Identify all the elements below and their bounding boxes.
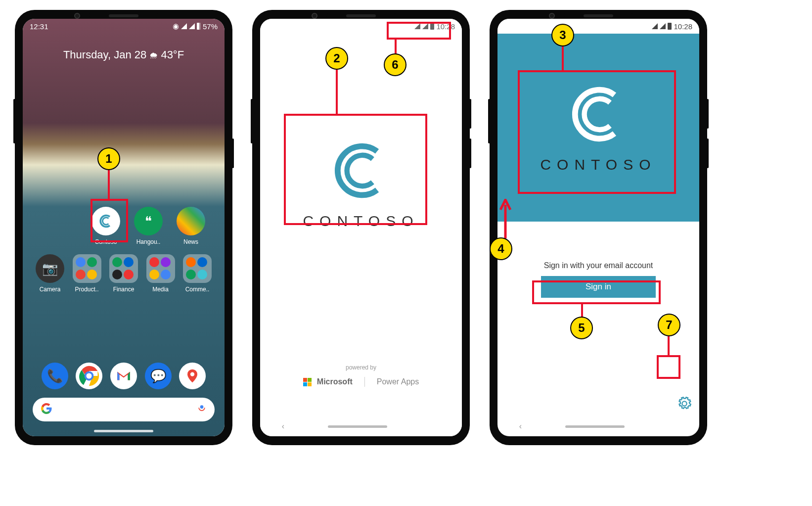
callout-badge-7: 7 [658, 314, 680, 336]
callout-box-2 [284, 114, 427, 225]
app-hangouts[interactable]: ❝ Hangou.. [131, 207, 166, 245]
camera-icon: 📷 [36, 254, 64, 283]
gmail-icon[interactable] [110, 363, 137, 389]
callout-badge-2: 2 [325, 47, 348, 70]
battery-icon [668, 23, 672, 30]
maps-icon[interactable] [179, 363, 206, 389]
app-label: Camera [40, 286, 61, 293]
callout-line [668, 336, 670, 355]
folder-icon [73, 254, 101, 283]
phone-app-icon[interactable]: 📞 [42, 363, 68, 389]
app-camera[interactable]: 📷 Camera [33, 254, 67, 293]
callout-line [395, 40, 397, 54]
callout-line [562, 46, 564, 71]
status-time: 10:28 [674, 22, 692, 31]
status-bar: 12:31 ◉ 57% [23, 19, 225, 34]
nav-handle[interactable] [565, 425, 625, 428]
app-label: News [183, 238, 198, 245]
callout-badge-1: 1 [97, 147, 120, 170]
home-date-widget[interactable]: Thursday, Jan 28 🌧 43°F [23, 48, 225, 61]
back-icon[interactable]: ‹ [282, 422, 284, 431]
microsoft-label: Microsoft [317, 377, 353, 386]
hangouts-icon: ❝ [134, 207, 163, 235]
search-bar[interactable] [33, 398, 215, 421]
signin-prompt: Sign in with your email account [544, 261, 653, 270]
callout-box-3 [518, 70, 676, 194]
nav-handle[interactable] [328, 425, 387, 428]
callout-badge-5: 5 [570, 317, 593, 339]
battery-icon [197, 23, 201, 30]
app-label: Hangou.. [136, 238, 161, 245]
callout-line [108, 170, 110, 199]
callout-arrow-4 [498, 199, 513, 238]
folder-media[interactable]: Media [143, 254, 178, 293]
callout-box-6 [387, 22, 451, 40]
android-nav-bar: ‹ [260, 416, 462, 436]
wifi-icon [652, 23, 658, 29]
app-label: Finance [113, 286, 135, 293]
callout-badge-6: 6 [384, 53, 406, 76]
signal-icon [189, 23, 195, 29]
status-bar: 10:28 [497, 19, 699, 34]
settings-gear-icon[interactable] [677, 397, 691, 411]
mic-icon[interactable] [197, 404, 207, 415]
battery-pct: 57% [203, 22, 218, 31]
weather-icon: 🌧 [149, 50, 161, 60]
app-news[interactable]: News [174, 207, 208, 245]
app-label: Product.. [75, 286, 98, 293]
callout-line [336, 70, 338, 114]
microsoft-logo-icon [303, 377, 312, 386]
messages-icon[interactable]: 💬 [145, 363, 172, 389]
folder-commerce[interactable]: Comme.. [180, 254, 215, 293]
callout-badge-4: 4 [490, 237, 512, 260]
callout-box-7 [657, 355, 680, 379]
svg-point-5 [190, 372, 194, 376]
status-time: 12:31 [30, 22, 48, 31]
powerapps-label: Power Apps [377, 377, 419, 386]
folder-icon [146, 254, 175, 283]
google-g-icon [41, 403, 52, 416]
app-label: Media [152, 286, 169, 293]
folder-icon [109, 254, 138, 283]
divider [364, 377, 365, 387]
vibrate-icon: ◉ [173, 22, 179, 31]
powered-by-label: powered by [260, 364, 462, 371]
folder-icon [183, 254, 212, 283]
callout-box-1 [90, 199, 128, 242]
nav-handle[interactable] [94, 430, 153, 432]
back-icon[interactable]: ‹ [519, 422, 522, 431]
powered-by-footer: powered by Microsoft Power Apps [260, 364, 462, 416]
folder-finance[interactable]: Finance [106, 254, 141, 293]
phone-splash-screen: 10:28 CONTOSO powered by Microsoft Power… [252, 10, 470, 445]
news-icon [177, 207, 205, 235]
chrome-icon[interactable] [76, 363, 102, 389]
folder-productivity[interactable]: Product.. [70, 254, 104, 293]
dock: 📞 💬 [23, 363, 225, 389]
svg-point-6 [200, 405, 204, 409]
android-nav-bar: ‹ [497, 416, 699, 436]
svg-point-3 [86, 372, 93, 380]
app-label: Comme.. [185, 286, 210, 293]
wifi-icon [181, 23, 187, 29]
signal-icon [660, 23, 666, 29]
callout-badge-3: 3 [551, 24, 574, 46]
callout-box-5 [532, 280, 661, 304]
